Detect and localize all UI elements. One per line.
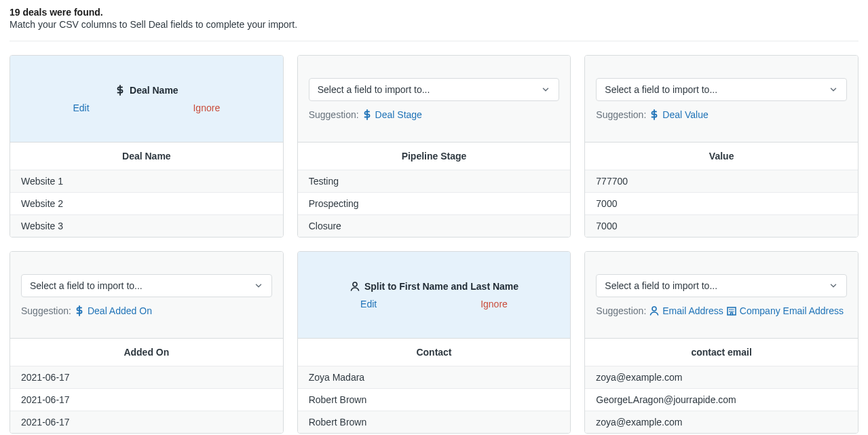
card-header: Select a field to import to...Suggestion…	[298, 56, 571, 143]
mapping-card: Select a field to import to...Suggestion…	[297, 55, 571, 238]
card-header: Split to First Name and Last NameEditIgn…	[298, 252, 571, 339]
edit-button[interactable]: Edit	[73, 102, 89, 113]
mapping-card: Select a field to import to...Suggestion…	[584, 55, 858, 238]
mapped-field-label: Split to First Name and Last Name	[364, 281, 518, 292]
card-header: Select a field to import to...Suggestion…	[585, 56, 858, 143]
chevron-down-icon	[829, 281, 838, 290]
suggestion-text: Deal Value	[662, 109, 708, 120]
sample-row: Website 1	[10, 170, 283, 193]
sample-row: Website 2	[10, 193, 283, 215]
sample-rows: zoya@example.comGeorgeLAragon@jourrapide…	[585, 366, 858, 433]
mapping-card: Split to First Name and Last NameEditIgn…	[297, 251, 571, 434]
sample-rows: 77770070007000	[585, 170, 858, 237]
select-placeholder: Select a field to import to...	[605, 84, 717, 95]
svg-point-0	[353, 282, 357, 286]
column-header: Value	[585, 143, 858, 170]
chevron-down-icon	[829, 85, 838, 94]
suggestion-text: Deal Stage	[375, 109, 422, 120]
mapped-field-title: Deal Name	[21, 85, 272, 96]
sample-row: Zoya Madara	[298, 366, 571, 389]
mapped-field-title: Split to First Name and Last Name	[309, 281, 560, 292]
mapping-card: Select a field to import to...Suggestion…	[584, 251, 858, 434]
field-select[interactable]: Select a field to import to...	[21, 274, 272, 297]
deals-found-title: 19 deals were found.	[10, 7, 858, 18]
edit-button[interactable]: Edit	[360, 299, 377, 309]
column-header: Contact	[298, 339, 571, 366]
select-placeholder: Select a field to import to...	[318, 84, 430, 95]
sample-row: Prospecting	[298, 193, 571, 215]
dollar-icon	[74, 305, 85, 316]
suggestion-row: Suggestion:Deal Value	[596, 109, 847, 120]
sample-row: zoya@example.com	[585, 411, 858, 433]
suggestion-label: Suggestion:	[596, 109, 646, 120]
mapping-card: Deal NameEditIgnoreDeal NameWebsite 1Web…	[10, 55, 284, 238]
dollar-icon	[649, 109, 660, 120]
card-header: Select a field to import to...Suggestion…	[585, 252, 858, 339]
card-header: Deal NameEditIgnore	[10, 56, 283, 143]
sample-row: Robert Brown	[298, 389, 571, 411]
chevron-down-icon	[254, 281, 263, 290]
person-icon	[350, 281, 360, 292]
sample-row: 2021-06-17	[10, 389, 283, 411]
card-header: Select a field to import to...Suggestion…	[10, 252, 283, 339]
suggestion-link[interactable]: Company Email Address	[726, 305, 844, 316]
company-icon	[726, 305, 737, 316]
sample-rows: 2021-06-172021-06-172021-06-17	[10, 366, 283, 433]
suggestion-label: Suggestion:	[596, 305, 646, 316]
sample-rows: Website 1Website 2Website 3	[10, 170, 283, 237]
column-header: Pipeline Stage	[298, 143, 571, 170]
sample-row: 777700	[585, 170, 858, 193]
suggestion-label: Suggestion:	[309, 109, 359, 120]
person-icon	[649, 305, 660, 316]
suggestion-link[interactable]: Deal Value	[649, 109, 708, 120]
sample-row: zoya@example.com	[585, 366, 858, 389]
instructions-subtitle: Match your CSV columns to Sell Deal fiel…	[10, 19, 858, 30]
mapping-grid: Deal NameEditIgnoreDeal NameWebsite 1Web…	[10, 55, 858, 434]
select-placeholder: Select a field to import to...	[30, 280, 143, 291]
sample-row: 7000	[585, 193, 858, 215]
mapping-actions: EditIgnore	[21, 102, 272, 113]
page-header: 19 deals were found. Match your CSV colu…	[10, 7, 858, 41]
column-header: contact email	[585, 339, 858, 366]
suggestion-label: Suggestion:	[21, 305, 71, 316]
suggestion-row: Suggestion:Deal Stage	[309, 109, 560, 120]
column-header: Deal Name	[10, 143, 283, 170]
dollar-icon	[362, 109, 373, 120]
sample-row: 2021-06-17	[10, 411, 283, 433]
mapping-actions: EditIgnore	[309, 299, 560, 309]
suggestion-text: Deal Added On	[88, 305, 152, 316]
sample-row: GeorgeLAragon@jourrapide.com	[585, 389, 858, 411]
sample-row: Testing	[298, 170, 571, 193]
suggestion-row: Suggestion:Deal Added On	[21, 305, 272, 316]
sample-row: Robert Brown	[298, 411, 571, 433]
svg-point-1	[652, 307, 656, 311]
suggestion-link[interactable]: Deal Added On	[74, 305, 152, 316]
field-select[interactable]: Select a field to import to...	[596, 274, 847, 297]
dollar-icon	[115, 85, 126, 96]
suggestion-text: Company Email Address	[740, 305, 844, 316]
sample-rows: Zoya MadaraRobert BrownRobert Brown	[298, 366, 571, 433]
suggestion-link[interactable]: Email Address	[649, 305, 723, 316]
suggestion-link[interactable]: Deal Stage	[362, 109, 422, 120]
mapping-card: Select a field to import to...Suggestion…	[10, 251, 284, 434]
sample-row: Website 3	[10, 215, 283, 237]
column-header: Added On	[10, 339, 283, 366]
suggestion-text: Email Address	[662, 305, 723, 316]
field-select[interactable]: Select a field to import to...	[309, 78, 560, 101]
ignore-button[interactable]: Ignore	[193, 102, 220, 113]
sample-row: 2021-06-17	[10, 366, 283, 389]
mapped-field-label: Deal Name	[130, 85, 178, 96]
suggestion-row: Suggestion:Email AddressCompany Email Ad…	[596, 305, 847, 316]
field-select[interactable]: Select a field to import to...	[596, 78, 847, 101]
ignore-button[interactable]: Ignore	[480, 299, 508, 309]
sample-rows: TestingProspectingClosure	[298, 170, 571, 237]
chevron-down-icon	[541, 85, 550, 94]
sample-row: Closure	[298, 215, 571, 237]
sample-row: 7000	[585, 215, 858, 237]
select-placeholder: Select a field to import to...	[605, 280, 717, 291]
